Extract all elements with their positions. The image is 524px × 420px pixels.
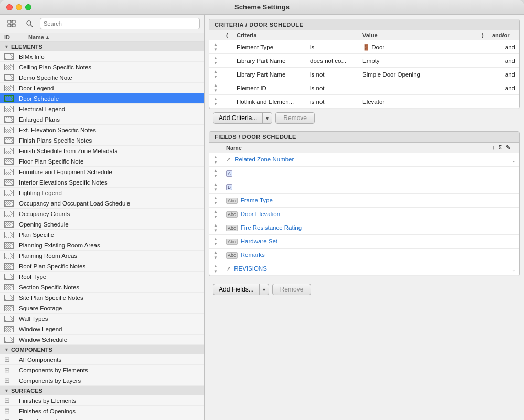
fields-row[interactable]: ▲ ▼ ↗ Related Zone Number ↓ [209,153,519,167]
list-item[interactable]: Window Legend [0,324,204,335]
list-item[interactable]: Furniture and Equipment Schedule [0,167,204,177]
list-item[interactable]: Demo Specific Note [0,72,204,83]
value-4: Elevator [358,95,477,109]
list-item[interactable]: Lighting Legend [0,188,204,198]
minimize-button[interactable] [16,4,22,10]
search-input[interactable] [40,18,200,29]
item-icon [4,295,19,301]
field-sort-5[interactable]: ▲ ▼ [209,221,222,235]
fields-row[interactable]: ▲ ▼ Abc Door Elevation [209,208,519,221]
field-sort-6[interactable]: ▲ ▼ [209,235,222,249]
list-item[interactable]: Square Footage [0,303,204,314]
list-item[interactable]: Window Schedule [0,335,204,345]
list-item[interactable]: Section Specific Notes [0,282,204,293]
maximize-button[interactable] [25,4,31,10]
item-icon: ⊟ [4,417,19,420]
fields-row[interactable]: ▲ ▼ Abc Frame Type [209,194,519,208]
search-toggle-button[interactable] [22,18,37,29]
field-label-5: Fire Resistance Rating [241,224,302,231]
fields-row[interactable]: ▲ ▼ Abc Hardware Set [209,235,519,249]
list-item[interactable]: Finish Plans Specific Notes [0,135,204,146]
list-item[interactable]: Floor Plan Specific Note [0,156,204,167]
field-sort-3[interactable]: ▲ ▼ [209,194,222,208]
list-item[interactable]: ⊞ All Components [0,354,204,365]
svg-rect-2 [8,24,11,27]
fields-row[interactable]: ▲ ▼ B [209,180,519,194]
condition-2: is not [306,68,358,81]
remove-fields-button[interactable]: Remove [272,284,312,295]
item-label: Square Footage [19,305,200,311]
th-open-paren: ( [222,30,232,40]
list-item[interactable]: Interior Elevations Specific Notes [0,177,204,188]
close-button[interactable] [6,4,13,10]
list-item[interactable]: Wall Types [0,314,204,324]
name-column-header: Name ▲ [28,34,200,40]
list-item[interactable]: Occupancy and Occupant Load Schedule [0,198,204,209]
list-item[interactable]: Planning Room Areas [0,251,204,261]
section-header-components[interactable]: ▼COMPONENTS [0,345,204,354]
item-icon: ⊞ [4,366,19,374]
fields-row[interactable]: ▲ ▼ ↗ REVISIONS ↓ [209,262,519,276]
criteria-row[interactable]: ▲ ▼ Library Part Name is not Simple Door… [209,68,519,81]
item-label: Finishes by Elements [19,397,200,404]
field-sort-7[interactable]: ▲ ▼ [209,249,222,262]
open-paren-4 [222,95,232,109]
traffic-lights [6,4,31,10]
item-icon [4,263,19,270]
remove-criteria-button[interactable]: Remove [275,112,315,124]
th-value: Value [358,30,477,40]
list-item[interactable]: Door Legend [0,83,204,93]
section-header-elements[interactable]: ▼ELEMENTS [0,42,204,51]
list-item[interactable]: Enlarged Plans [0,114,204,125]
condition-1: does not co... [306,54,358,68]
field-label-8: REVISIONS [234,265,267,272]
titlebar: Scheme Settings [0,0,524,15]
list-item[interactable]: ⊟ Finishes of Openings [0,406,204,416]
list-item[interactable]: Plan Specific [0,230,204,240]
field-sort-4[interactable]: ▲ ▼ [209,208,222,221]
row-sort-1[interactable]: ▲ ▼ [209,54,222,68]
add-fields-button[interactable]: Add Fields... ▾ [213,284,269,295]
add-criteria-button[interactable]: Add Criteria... ▾ [213,112,272,124]
condition-4: is not [306,95,358,109]
criteria-actions: Add Criteria... ▾ Remove [209,109,520,127]
list-item[interactable]: ⊞ Components by Layers [0,375,204,386]
list-item[interactable]: Ceiling Plan Specific Notes [0,62,204,72]
grid-view-button[interactable] [4,18,19,29]
list-item[interactable]: Roof Plan Specific Notes [0,261,204,272]
list-item[interactable]: ⊟ Finishes by Elements [0,395,204,406]
field-sort-0[interactable]: ▲ ▼ [209,153,222,167]
row-sort-3[interactable]: ▲ ▼ [209,81,222,95]
fields-row[interactable]: ▲ ▼ Abc Fire Resistance Rating [209,221,519,235]
list-header: ID Name ▲ [0,33,204,42]
item-label: Section Specific Notes [19,284,200,290]
list-item[interactable]: Site Plan Specific Notes [0,293,204,303]
field-sort-1[interactable]: ▲ ▼ [209,167,222,180]
fields-row[interactable]: ▲ ▼ Abc Remarks [209,249,519,262]
list-item[interactable]: Finish Schedule from Zone Metadata [0,146,204,156]
value-1: Empty [358,54,477,68]
field-sort-indicator-2 [488,180,519,194]
list-item[interactable]: Opening Schedule [0,219,204,230]
list-item[interactable]: Ext. Elevation Specific Notes [0,125,204,135]
list-item[interactable]: Door Schedule [0,93,204,104]
criteria-row[interactable]: ▲ ▼ Library Part Name does not co... Emp… [209,54,519,68]
criteria-row[interactable]: ▲ ▼ Hotlink and Elemen... is not Elevato… [209,95,519,109]
list-item[interactable]: BIMx Info [0,51,204,62]
criteria-row[interactable]: ▲ ▼ Element ID is not and [209,81,519,95]
row-sort-0[interactable]: ▲ ▼ [209,40,222,54]
list-item[interactable]: ⊟ Room Legend [0,416,204,420]
row-sort-2[interactable]: ▲ ▼ [209,68,222,81]
row-sort-4[interactable]: ▲ ▼ [209,95,222,109]
list-item[interactable]: Planning Existing Room Areas [0,240,204,251]
list-item[interactable]: ⊞ Components by Elements [0,365,204,375]
list-item[interactable]: Occupancy Counts [0,209,204,219]
field-sort-2[interactable]: ▲ ▼ [209,180,222,194]
fields-row[interactable]: ▲ ▼ A [209,167,519,180]
section-header-surfaces[interactable]: ▼SURFACES [0,386,204,395]
list-item[interactable]: Electrical Legend [0,104,204,114]
field-name-cell-2: B [222,180,488,194]
criteria-row[interactable]: ▲ ▼ Element Type is 🚪 Door and [209,40,519,54]
field-sort-8[interactable]: ▲ ▼ [209,262,222,276]
list-item[interactable]: Roof Type [0,272,204,282]
